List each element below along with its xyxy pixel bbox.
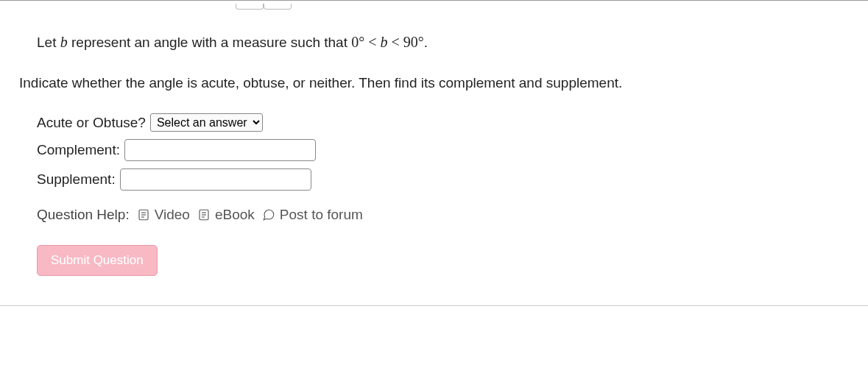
row-complement: Complement: [37, 139, 846, 161]
help-video-link[interactable]: Video [137, 207, 190, 223]
help-label: Question Help: [37, 207, 130, 223]
select-acute-obtuse[interactable]: Select an answer [150, 113, 263, 132]
nav-remnant [236, 4, 868, 10]
prompt-line-1: Let b represent an angle with a measure … [37, 32, 846, 53]
input-supplement[interactable] [120, 168, 311, 191]
label-acute-obtuse: Acute or Obtuse? [37, 115, 146, 131]
variable-b: b [60, 34, 68, 50]
label-complement: Complement: [37, 142, 120, 158]
prompt-line-2: Indicate whether the angle is acute, obt… [19, 74, 846, 93]
text: . [424, 35, 428, 50]
math-range: 0° < b < 90° [351, 34, 424, 50]
forum-icon [262, 208, 275, 221]
ebook-icon [197, 208, 211, 221]
row-acute-obtuse: Acute or Obtuse? Select an answer [37, 113, 846, 132]
label-supplement: Supplement: [37, 171, 116, 188]
text: Let [37, 35, 60, 50]
help-forum-label: Post to forum [280, 207, 363, 223]
question-help: Question Help: Video eBook [37, 207, 846, 223]
row-supplement: Supplement: [37, 168, 846, 191]
question-content: Let b represent an angle with a measure … [0, 10, 868, 305]
help-forum-link[interactable]: Post to forum [262, 207, 363, 223]
help-ebook-label: eBook [215, 207, 255, 223]
video-icon [137, 208, 150, 221]
question-container: Let b represent an angle with a measure … [0, 0, 868, 306]
text: represent an angle with a measure such t… [68, 35, 352, 50]
input-complement[interactable] [124, 139, 316, 161]
help-ebook-link[interactable]: eBook [197, 207, 255, 223]
submit-button[interactable]: Submit Question [37, 245, 158, 276]
help-video-label: Video [155, 207, 190, 223]
